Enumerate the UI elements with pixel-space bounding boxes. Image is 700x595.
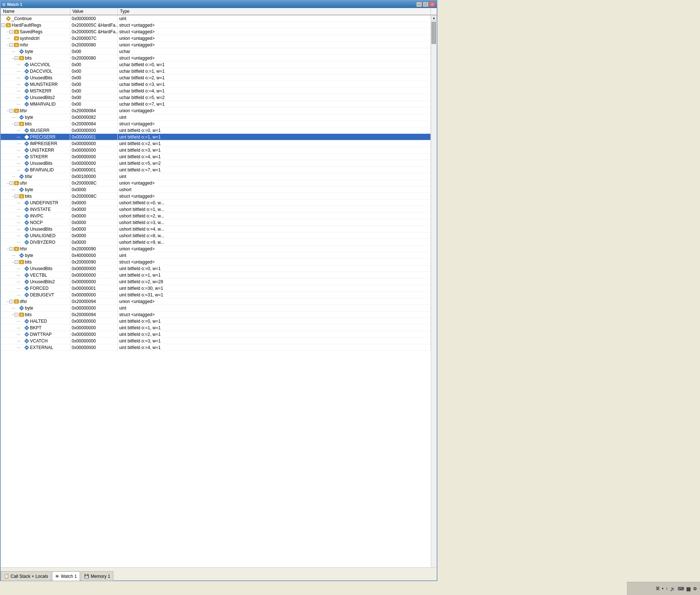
table-row[interactable]: — byte0x0000ushort (1, 186, 431, 193)
expand-button[interactable]: - (10, 247, 13, 251)
table-row[interactable]: —- S dfsr0x20000094union <untagged> (1, 298, 431, 305)
table-row[interactable]: — MMARVALID0x00uchar bitfield o:=7, w=1 (1, 101, 431, 107)
type-cell: uchar bitfield o:=7, w=1 (118, 101, 431, 107)
minimize-button[interactable]: — (416, 2, 422, 7)
table-row[interactable]: — BFARVALID0x00000001uint bitfield o:=7,… (1, 167, 431, 173)
type-cell: uint bitfield o:=1, w=1 (118, 134, 431, 140)
table-row[interactable]: — IMPREISERR0x00000000uint bitfield o:=2… (1, 140, 431, 147)
table-row[interactable]: —- S bfsr0x20000084union <untagged> (1, 107, 431, 114)
row-icon-var (24, 292, 29, 298)
expand-button[interactable]: - (1, 23, 5, 27)
table-row[interactable]: — S syshndctrl0x2000007Cunion <untagged> (1, 35, 431, 42)
expand-button[interactable]: - (15, 260, 18, 264)
type-cell: ushort bitfield o:=4, w... (118, 226, 431, 232)
table-row[interactable]: — UnusedBits0x00uchar bitfield o:=2, w=1 (1, 75, 431, 81)
scroll-up-button[interactable]: ▲ (431, 15, 437, 21)
table-row[interactable]: — DWTTRAP0x00000000uint bitfield o:=2, w… (1, 331, 431, 338)
type-cell: union <untagged> (118, 180, 431, 186)
table-row[interactable]: — EXTERNAL0x00000000uint bitfield o:=4, … (1, 344, 431, 351)
svg-text:S: S (20, 57, 23, 60)
table-row[interactable]: — STKERR0x00000000uint bitfield o:=4, w=… (1, 154, 431, 160)
table-row[interactable]: — IACCVIOL0x00uchar bitfield o:=0, w=1 (1, 61, 431, 68)
watch1-tab-label: Watch 1 (61, 574, 77, 579)
table-row[interactable]: — MUNSTKERR0x00uchar bitfield o:=3, w=1 (1, 81, 431, 88)
table-row[interactable]: —- S bits0x20000094struct <untagged> (1, 311, 431, 318)
table-row[interactable]: — VCATCH0x00000000uint bitfield o:=3, w=… (1, 338, 431, 344)
name-cell: — IACCVIOL (1, 61, 70, 68)
name-cell: — VECTBL (1, 272, 70, 278)
expand-button[interactable]: - (15, 122, 18, 126)
table-row[interactable]: - S HardFaultRegs0x2000005C &HardFa...st… (1, 22, 431, 29)
table-row[interactable]: —- S ufsr0x2000008Cunion <untagged> (1, 180, 431, 186)
table-row[interactable]: — HALTED0x00000000uint bitfield o:=0, w=… (1, 318, 431, 325)
table-row[interactable]: — BKPT0x00000000uint bitfield o:=1, w=1 (1, 325, 431, 331)
table-row[interactable]: — UnusedBits0x00000000uint bitfield o:=0… (1, 265, 431, 272)
type-cell: uint bitfield o:=3, w=1 (118, 338, 431, 344)
table-row[interactable]: — UnusedBits0x0000ushort bitfield o:=4, … (1, 226, 431, 232)
table-row[interactable]: — DIVBYZERO0x0000ushort bitfield o:=9, w… (1, 239, 431, 246)
main-content: ⊞ Watch 1 — □ ✕ Name Value Type _C (0, 0, 700, 595)
table-row[interactable]: — FORCED0x00000001uint bitfield o:=30, w… (1, 285, 431, 292)
row-icon-var (24, 338, 29, 344)
table-row[interactable]: —- S bits0x20000084struct <untagged> (1, 121, 431, 127)
expand-button[interactable]: - (15, 194, 18, 198)
table-row[interactable]: —- S hfsr0x20000090union <untagged> (1, 246, 431, 252)
row-name-label: hfsr (20, 246, 27, 251)
row-icon-union: S (14, 42, 19, 48)
type-cell: uint (118, 252, 431, 258)
table-row[interactable]: — INVSTATE0x0000ushort bitfield o:=1, w.… (1, 206, 431, 213)
table-row[interactable]: — byte0x00000000uint (1, 305, 431, 311)
table-row[interactable]: — UNDEFINSTR0x0000ushort bitfield o:=0, … (1, 200, 431, 206)
table-row[interactable]: — DACCVIOL0x00uchar bitfield o:=1, w=1 (1, 68, 431, 75)
vertical-scrollbar[interactable]: ▲ ▼ (431, 15, 437, 580)
table-row[interactable]: — MSTKERR0x00uchar bitfield o:=4, w=1 (1, 88, 431, 94)
close-button[interactable]: ✕ (429, 2, 435, 7)
table-row[interactable]: — DEBUGEVT0x00000000uint bitfield o:=31,… (1, 292, 431, 298)
tab-callstack[interactable]: 📋 Call Stack + Locals (1, 571, 51, 581)
expand-button[interactable]: - (10, 109, 13, 113)
table-row[interactable]: — byte0x40000000uint (1, 252, 431, 259)
svg-text:S: S (20, 261, 23, 264)
expand-button[interactable]: - (10, 300, 13, 303)
table-row[interactable]: — byte0x00000082uint (1, 114, 431, 121)
row-icon-var (24, 213, 29, 219)
table-row[interactable]: — INVPC0x0000ushort bitfield o:=2, w... (1, 213, 431, 219)
type-cell: uchar bitfield o:=3, w=1 (118, 81, 431, 87)
row-icon-var (24, 95, 29, 100)
table-row[interactable]: — VECTBL0x00000000uint bitfield o:=1, w=… (1, 272, 431, 278)
table-row[interactable]: — UnusedBits0x00000000uint bitfield o:=5… (1, 160, 431, 167)
name-cell: —- S ufsr (1, 180, 70, 186)
expand-button[interactable]: - (10, 30, 13, 34)
expand-button[interactable]: - (10, 43, 13, 47)
table-row[interactable]: — bfar0x00100000uint (1, 173, 431, 180)
expand-button[interactable]: - (15, 56, 18, 60)
table-row[interactable]: —- S bits0x20000080struct <untagged> (1, 55, 431, 61)
svg-text:S: S (7, 24, 10, 27)
table-row[interactable]: — UNSTKERR0x00000000uint bitfield o:=3, … (1, 147, 431, 154)
row-name-label: bfsr (20, 108, 27, 113)
row-icon-union: S (19, 194, 24, 199)
maximize-button[interactable]: □ (423, 2, 429, 7)
expand-button[interactable]: - (10, 181, 13, 185)
table-row[interactable]: —- S bits0x2000008Cstruct <untagged> (1, 193, 431, 200)
table-row[interactable]: — UnusedBits20x00uchar bitfield o:=5, w=… (1, 94, 431, 101)
table-row[interactable]: _Continue0x00000000uint (1, 15, 431, 22)
name-cell: — EXTERNAL (1, 344, 70, 350)
type-cell: ushort bitfield o:=0, w... (118, 200, 431, 206)
scroll-thumb[interactable] (432, 22, 436, 44)
value-cell: 0x00 (70, 75, 118, 81)
tab-memory1[interactable]: 💾 Memory 1 (81, 571, 113, 581)
table-row[interactable]: —- S SavedRegs0x2000005C &HardFa...struc… (1, 29, 431, 35)
table-row[interactable]: — UNALIGNED0x0000ushort bitfield o:=8, w… (1, 232, 431, 239)
table-row[interactable]: — NOCP0x0000ushort bitfield o:=3, w... (1, 219, 431, 226)
table-row[interactable]: — IBUSERR0x00000000uint bitfield o:=0, w… (1, 127, 431, 134)
svg-text:S: S (15, 30, 18, 34)
table-row[interactable]: —- S mfsr0x20000080union <untagged> (1, 42, 431, 48)
table-row[interactable]: — UnusedBits20x00000000uint bitfield o:=… (1, 278, 431, 285)
tab-watch1[interactable]: 👁 Watch 1 (52, 571, 80, 581)
table-row[interactable]: — byte0x00uchar (1, 48, 431, 55)
table-row[interactable]: —- S bits0x20000090struct <untagged> (1, 259, 431, 265)
expand-button[interactable]: - (15, 313, 18, 317)
table-row[interactable]: — PRECISERR0x00000001uint bitfield o:=1,… (1, 134, 431, 140)
row-icon-var (24, 62, 29, 67)
